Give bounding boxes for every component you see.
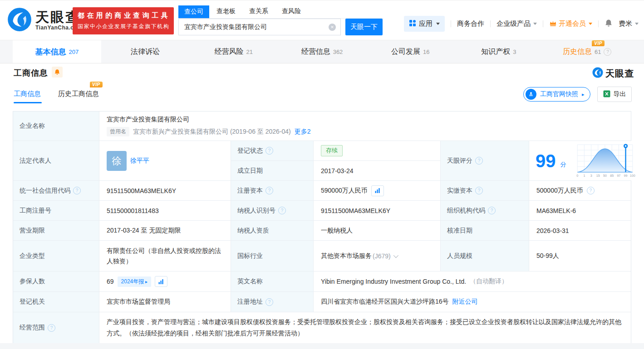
label-text: 注册资本 bbox=[237, 187, 263, 195]
chevron-down-icon[interactable] bbox=[393, 252, 398, 257]
apps-grid-icon bbox=[409, 19, 416, 28]
table-row-type: 企业类型 有限责任公司（非自然人投资或控股的法人独资） 国标行业 其他资本市场服… bbox=[13, 241, 631, 271]
industry-cell: 其他资本市场服务 (J679) bbox=[314, 241, 441, 271]
search-tab-company[interactable]: 查公司 bbox=[178, 5, 209, 18]
reg-no-label: 工商注册号 bbox=[13, 201, 99, 220]
search-input[interactable] bbox=[179, 24, 340, 31]
nearby-companies-link[interactable]: 附近公司 bbox=[452, 298, 478, 306]
more-link[interactable]: 更多2 bbox=[295, 128, 311, 136]
search-button[interactable]: 天眼一下 bbox=[345, 19, 383, 35]
table-row-scope: 经营范围 产业项目投资，资产管理与营运；城市建设项目股权债权投资服务；受委托管理… bbox=[13, 312, 631, 343]
help-icon[interactable] bbox=[265, 187, 273, 194]
slogan-banner: 都在用的商业查询工具 国家中小企业发展子基金旗下机构 bbox=[73, 7, 174, 34]
term-value: 2017-03-24 至 无固定期限 bbox=[99, 221, 231, 240]
nav-item-vip-upgrade[interactable]: 开通会员 bbox=[549, 19, 592, 28]
scope-label: 经营范围 bbox=[13, 312, 99, 343]
nav-item-user[interactable]: 费米 bbox=[619, 19, 639, 28]
help-icon[interactable] bbox=[265, 147, 273, 155]
reg-capital-value: 590000万人民币 bbox=[321, 187, 368, 195]
legal-rep-label: 法定代表人 bbox=[13, 141, 99, 180]
section-brand-logo: 天眼查 bbox=[592, 67, 634, 80]
help-icon[interactable] bbox=[73, 187, 81, 194]
axis-label: 50 bbox=[603, 174, 607, 178]
chevron-down-icon bbox=[635, 23, 639, 25]
export-button[interactable]: 导出 bbox=[597, 87, 632, 102]
axis-label: 3 bbox=[590, 174, 592, 178]
tab-business-info[interactable]: 经营信息 362 bbox=[278, 40, 366, 63]
help-icon[interactable] bbox=[488, 207, 496, 214]
table-row-reg-no: 工商注册号 511500001811483 纳税人识别号 91511500MA6… bbox=[13, 201, 631, 221]
org-code-label: 组织机构代码 bbox=[441, 201, 529, 220]
tab-count: 61 bbox=[595, 48, 601, 55]
address-value: 四川省宜宾市临港经开区国兴大道沙坪路16号 bbox=[321, 298, 449, 306]
nav-item-enterprise-products[interactable]: 企业级产品 bbox=[497, 19, 537, 28]
staff-size-value: 50-99人 bbox=[529, 241, 631, 271]
subtab-business-registration[interactable]: 工商信息 bbox=[14, 90, 41, 98]
score-label: 天眼评分 bbox=[441, 141, 529, 180]
subtab-history-business-registration[interactable]: 历史工商信息 bbox=[58, 90, 99, 98]
section-title: 工商信息 bbox=[14, 68, 48, 78]
insured-value: 69 bbox=[107, 278, 114, 285]
tab-legal-proceedings[interactable]: 法律诉讼 bbox=[101, 40, 190, 63]
help-icon[interactable] bbox=[48, 324, 55, 332]
snapshot-label: 工商官网快照 bbox=[540, 90, 578, 98]
chevron-down-icon bbox=[533, 23, 537, 25]
legal-rep-cell: 徐 徐平平 bbox=[99, 141, 231, 180]
annual-report-badge[interactable]: 2024年报 bbox=[118, 276, 152, 287]
help-icon[interactable] bbox=[278, 207, 286, 214]
insured-trend-button[interactable] bbox=[155, 276, 167, 287]
tab-intellectual-property[interactable]: 知识产权 3 bbox=[455, 40, 543, 63]
paid-capital-label: 实缴资本 bbox=[441, 181, 529, 200]
table-row-term: 营业期限 2017-03-24 至 无固定期限 纳税人资质 一般纳税人 核准日期… bbox=[13, 221, 631, 241]
brand-logo[interactable]: 天眼查 TianYanCha.com bbox=[7, 7, 82, 34]
help-icon[interactable] bbox=[587, 187, 595, 194]
search-tab-relation[interactable]: 查关系 bbox=[249, 7, 268, 18]
search-tabs: 查公司 查老板 查关系 查风险 bbox=[178, 5, 383, 19]
legal-rep-link[interactable]: 徐平平 bbox=[130, 157, 149, 165]
axis-label: 1 bbox=[583, 174, 585, 178]
search-tab-boss[interactable]: 查老板 bbox=[216, 7, 236, 18]
help-icon[interactable] bbox=[475, 157, 483, 165]
capital-trend-button[interactable] bbox=[371, 185, 384, 196]
tab-label: 法律诉讼 bbox=[131, 47, 160, 57]
tab-company-development[interactable]: 公司发展 16 bbox=[366, 40, 455, 63]
paid-capital-value: 500000万人民币 bbox=[536, 187, 583, 195]
clear-icon[interactable] bbox=[329, 24, 336, 31]
authority-label: 登记机关 bbox=[13, 292, 99, 312]
search-tab-risk[interactable]: 查风险 bbox=[282, 7, 301, 18]
credit-code-value: 91511500MA63MELK6Y bbox=[99, 181, 231, 200]
chevron-down-icon bbox=[589, 23, 592, 25]
company-type-label: 企业类型 bbox=[13, 241, 99, 271]
apps-button[interactable]: 应用 bbox=[404, 16, 445, 32]
company-name-value: 宜宾市产业投资集团有限公司 bbox=[107, 116, 189, 124]
company-name-label: 企业名称 bbox=[13, 111, 99, 141]
taxpayer-id-label: 纳税人识别号 bbox=[231, 201, 314, 220]
vip-badge: VIP bbox=[592, 40, 605, 46]
tab-label: 经营风险 bbox=[215, 47, 244, 57]
notification-bell-icon[interactable] bbox=[605, 19, 613, 29]
help-icon[interactable] bbox=[604, 48, 611, 56]
status-label: 登记状态 bbox=[231, 141, 314, 161]
tab-basic-info[interactable]: 基本信息 207 bbox=[13, 40, 101, 63]
bottom-strip bbox=[0, 343, 644, 349]
insured-cell: 69 2024年报 bbox=[99, 271, 231, 291]
scope-value: 产业项目投资，资产管理与营运；城市建设项目股权债权投资服务；受委托管理股权投资企… bbox=[99, 312, 631, 343]
address-cell: 四川省宜宾市临港经开区国兴大道沙坪路16号 附近公司 bbox=[314, 292, 631, 312]
tab-label: 历史信息 bbox=[563, 48, 592, 55]
chevron-down-icon bbox=[436, 23, 440, 25]
table-row-authority: 登记机关 宜宾市市场监督管理局 注册地址 四川省宜宾市临港经开区国兴大道沙坪路1… bbox=[13, 292, 631, 312]
nav-item-business-cooperation[interactable]: 商务合作 bbox=[457, 19, 484, 28]
help-icon[interactable] bbox=[475, 187, 483, 194]
tab-history-info[interactable]: 历史信息 VIP 61 bbox=[543, 40, 631, 63]
official-snapshot-button[interactable]: 工商官网快照 bbox=[523, 87, 590, 102]
avatar[interactable]: 徐 bbox=[107, 151, 127, 171]
tab-count: 207 bbox=[69, 48, 79, 55]
help-icon[interactable] bbox=[265, 298, 273, 306]
english-name-label: 英文名称 bbox=[231, 271, 314, 291]
company-type-value: 有限责任公司（非自然人投资或控股的法人独资） bbox=[99, 241, 231, 271]
score-distribution-chart: 0 1 3 15 50 85 97 99 100 bbox=[575, 142, 635, 179]
tab-operating-risk[interactable]: 经营风险 21 bbox=[189, 40, 278, 63]
tab-count: 3 bbox=[513, 48, 516, 55]
approval-date-value: 2026-03-31 bbox=[529, 221, 631, 240]
alert-bell-icon[interactable] bbox=[52, 67, 63, 78]
